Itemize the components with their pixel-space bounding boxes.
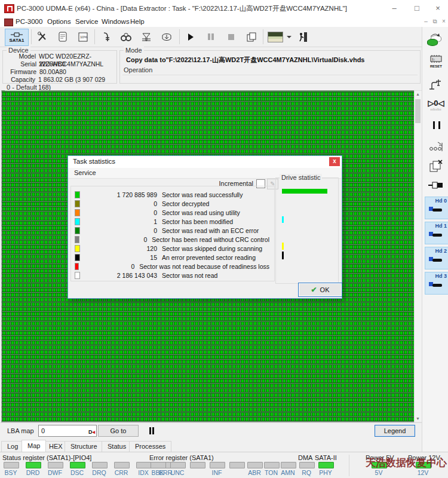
error-register-title: Error register (SATA1)	[149, 454, 214, 461]
led-label: 5V	[370, 469, 388, 476]
stat-value: 1 720 885 989	[82, 191, 157, 198]
mdi-minimize-button[interactable]: –	[422, 18, 430, 26]
operation-label: Operation	[124, 66, 152, 73]
tab-structure[interactable]: Structure	[65, 441, 103, 452]
pause-button[interactable]	[203, 29, 219, 45]
led-ton	[264, 462, 280, 468]
head-2-button[interactable]: Hd 2	[425, 247, 448, 269]
maximize-button[interactable]: □	[408, 4, 426, 14]
lba-input[interactable]: 0 D◂	[38, 425, 97, 437]
dialog-menu-service[interactable]: Service	[74, 169, 96, 176]
stat-value: 0	[82, 209, 157, 216]
close-button[interactable]: ×	[429, 4, 447, 14]
stop-button[interactable]	[223, 29, 239, 45]
card-icon[interactable]: 10%	[75, 29, 91, 45]
layers-x-icon	[429, 160, 443, 173]
head-icon	[428, 282, 443, 288]
connector-icon[interactable]	[427, 181, 445, 191]
minimize-button[interactable]: –	[385, 4, 403, 14]
script-icon[interactable]	[55, 29, 70, 45]
scroll-up-icon[interactable]: ▲	[416, 92, 420, 96]
led-12v	[416, 462, 431, 468]
stat-value: 0	[82, 200, 157, 207]
sata1-port-button[interactable]: SATA1	[5, 29, 29, 46]
scrollbar-thumb[interactable]	[415, 99, 421, 123]
mdi-restore-button[interactable]: ⧉	[431, 18, 439, 26]
goto-button[interactable]: Go to	[98, 425, 139, 437]
led-inf	[210, 462, 225, 468]
pause-icon	[208, 33, 210, 40]
search-icon[interactable]	[118, 29, 134, 45]
pause-utility-icon[interactable]	[427, 121, 445, 130]
led-label: ABR	[246, 469, 263, 476]
map-scrollbar[interactable]: ▲ ▼	[414, 90, 422, 422]
menu-help[interactable]: Help	[130, 18, 145, 25]
check-icon: ✔	[311, 286, 317, 294]
tab-log[interactable]: Log	[1, 441, 24, 452]
device-firmware-row: Firmware80.00A80	[5, 68, 116, 76]
menu-pc3000[interactable]: PC-3000	[16, 18, 42, 25]
tab-map[interactable]: Map	[22, 440, 46, 452]
stat-value: 2 186 143 043	[82, 272, 157, 279]
decimal-format-icon[interactable]: D◂	[88, 427, 95, 437]
exit-task-button[interactable]	[295, 29, 311, 45]
led-mcr	[229, 462, 245, 468]
head-3-button[interactable]: Hd 3	[425, 272, 448, 295]
tab-processes[interactable]: Processes	[129, 441, 171, 452]
stat-row: 1Sector has been modified	[75, 217, 269, 226]
map-view-button[interactable]	[266, 29, 284, 45]
ok-button[interactable]: ✔ OK	[298, 283, 342, 297]
copy-sectors-button[interactable]	[244, 29, 259, 45]
menu-service[interactable]: Service	[75, 18, 98, 25]
pause-icon	[149, 427, 151, 434]
stat-value: 1	[82, 218, 157, 225]
tab-status[interactable]: Status	[102, 441, 132, 452]
chip-icon: 1↓	[428, 55, 444, 63]
stat-color-swatch	[75, 245, 80, 252]
scroll-down-icon[interactable]: ▼	[416, 416, 420, 421]
led-amn	[281, 462, 296, 468]
legend-button[interactable]: Legend	[375, 425, 415, 437]
start-button[interactable]	[183, 29, 198, 45]
heads-map-icon[interactable]	[427, 140, 445, 154]
field-label: Capacity	[5, 76, 35, 84]
menu-options[interactable]: Options	[47, 18, 71, 25]
lba-bar: LBA map 0 D◂ Go to Legend	[0, 422, 422, 440]
stat-color-swatch	[75, 254, 80, 261]
pause-icon	[438, 121, 440, 129]
stat-label: Sector has been read without CRC control	[152, 236, 269, 243]
utility-icon[interactable]	[35, 29, 50, 45]
led-abr	[247, 462, 263, 468]
menu-windows[interactable]: Windows	[102, 18, 130, 25]
toolbar-separator	[263, 29, 263, 44]
head-1-button[interactable]: Hd 1	[425, 222, 448, 244]
hook-icon[interactable]	[98, 29, 113, 45]
led-label: DSC	[68, 469, 86, 476]
stat-row: 1 720 885 989Sector was read successfull…	[75, 190, 269, 199]
reset-icon[interactable]: 1↓ RESET	[427, 55, 445, 68]
stat-value: 15	[82, 254, 157, 261]
mdi-close-button[interactable]: ×	[440, 18, 448, 26]
close-copies-icon[interactable]	[427, 160, 445, 174]
map-view-dropdown[interactable]	[286, 29, 293, 45]
dialog-close-button[interactable]: x	[329, 157, 340, 166]
sata1-label: SATA1	[9, 38, 24, 43]
head-0-button[interactable]: Hd 0	[425, 197, 448, 219]
led-label: BSY	[2, 469, 20, 476]
binoculars-icon	[120, 32, 132, 42]
divider	[349, 455, 349, 476]
device-serial-row: SerialWD-WCC4M7YAZNHL	[5, 60, 116, 68]
toolbar-separator	[31, 29, 32, 44]
save-map-icon[interactable]	[159, 29, 174, 45]
drive-copy-icon[interactable]	[427, 34, 445, 47]
head-test-icon[interactable]: ▷0◁ ıılıılıı	[427, 99, 445, 111]
stat-value: 120	[82, 245, 157, 252]
field-value: 80.00A80	[39, 68, 66, 76]
oscilloscope-probe-icon[interactable]	[427, 78, 445, 93]
app-icon	[4, 4, 14, 13]
filter-icon[interactable]	[139, 29, 154, 45]
statistics-list: 1 720 885 989Sector was read successfull…	[70, 186, 275, 281]
pause-icon	[211, 33, 214, 40]
pause-map-button[interactable]	[145, 425, 158, 436]
layers-icon	[246, 32, 257, 42]
